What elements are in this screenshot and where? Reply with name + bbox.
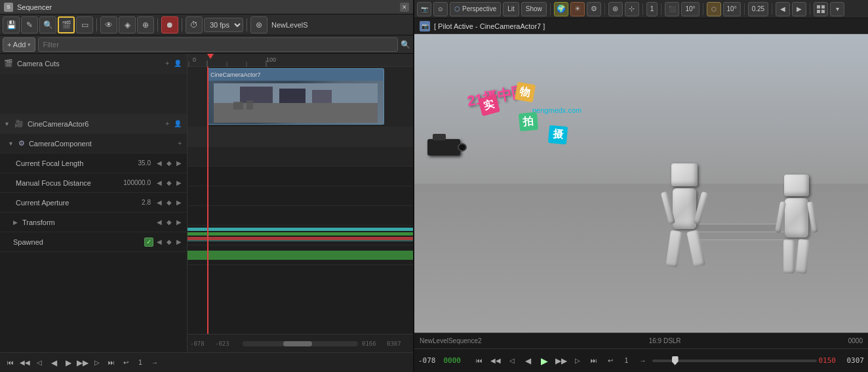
- record-button[interactable]: ⏺: [161, 16, 178, 33]
- vp-scale-icon[interactable]: ⬡: [707, 2, 721, 16]
- vp-num2[interactable]: 10°: [681, 2, 699, 16]
- transform-prev[interactable]: ◀: [155, 218, 163, 226]
- vp-to-start[interactable]: ⏮: [472, 354, 486, 368]
- transport-play[interactable]: ▶: [62, 356, 75, 369]
- transform-next[interactable]: ▶: [175, 218, 183, 226]
- focal-length-prev[interactable]: ◀: [155, 159, 163, 167]
- vp-num4[interactable]: 0.25: [748, 2, 768, 16]
- tracks-area[interactable]: CineCameraActor7: [187, 67, 413, 334]
- robot2-legs: [783, 239, 810, 274]
- vp-num1[interactable]: 1: [646, 2, 658, 16]
- transport-next-key[interactable]: ▷: [90, 356, 104, 369]
- vp-scrubber-head: [672, 356, 679, 365]
- cine-camera-user-btn[interactable]: 👤: [172, 120, 183, 127]
- perspective-icon: ⬡: [454, 5, 460, 12]
- vp-forward[interactable]: ▶▶: [554, 354, 568, 368]
- focus-distance-add-key[interactable]: ◆: [165, 179, 173, 186]
- vp-time-start: -078: [418, 356, 436, 365]
- spawned-checkbox[interactable]: ✓: [144, 238, 153, 247]
- vp-play[interactable]: ▶: [538, 354, 552, 368]
- save-button[interactable]: 💾: [3, 16, 20, 33]
- transform-add-key[interactable]: ◆: [165, 218, 173, 226]
- vp-grid-btn[interactable]: [814, 2, 828, 16]
- fps-select[interactable]: 24 fps 30 fps 60 fps: [204, 18, 243, 32]
- aperture-add-key[interactable]: ◆: [165, 199, 173, 206]
- transport-to-end[interactable]: ⏭: [105, 356, 118, 369]
- transport-loop[interactable]: ↩: [119, 356, 132, 369]
- transport-forward[interactable]: ▶▶: [76, 356, 89, 369]
- transport-end-marker[interactable]: 1: [134, 356, 147, 369]
- edit-button[interactable]: ✎: [21, 16, 38, 33]
- robot-1: [665, 163, 704, 267]
- vp-camera-icon-btn[interactable]: 📷: [417, 2, 431, 16]
- transport-prev-key[interactable]: ◁: [33, 356, 46, 369]
- render-button[interactable]: ▭: [76, 16, 93, 33]
- vp-prev-key[interactable]: ◁: [505, 354, 519, 368]
- vp-light-btn[interactable]: ☀: [570, 2, 585, 16]
- vp-snap-btn[interactable]: ⊛: [608, 2, 623, 16]
- camera-clip-block[interactable]: CineCameraActor7: [207, 68, 384, 125]
- vp-back[interactable]: ◀: [521, 354, 536, 368]
- camera-cuts-timeline: CineCameraActor7: [187, 67, 413, 127]
- transform-button[interactable]: ⊕: [137, 16, 154, 33]
- spawned-add-key[interactable]: ◆: [165, 238, 173, 245]
- vp-cursor-btn[interactable]: ⊹: [625, 2, 639, 16]
- camera-component-add-btn[interactable]: +: [176, 140, 183, 147]
- snap-button[interactable]: ⊛: [250, 16, 267, 33]
- vp-end-marker[interactable]: 1: [620, 354, 634, 368]
- cine-camera-arrow[interactable]: ▼: [4, 121, 10, 127]
- vp-next-key[interactable]: ▷: [570, 354, 585, 368]
- add-label: + Add: [7, 41, 26, 49]
- add-button[interactable]: + Add ▾: [3, 37, 35, 52]
- focal-length-add-key[interactable]: ◆: [165, 159, 173, 167]
- vp-loop[interactable]: ↩: [603, 354, 618, 368]
- camera-button[interactable]: 🎬: [58, 16, 75, 33]
- camera-cuts-add-btn[interactable]: +: [164, 60, 170, 67]
- transport-to-start[interactable]: ⏮: [4, 356, 17, 369]
- close-button[interactable]: ✕: [400, 3, 409, 12]
- search-button[interactable]: 🔍: [39, 16, 56, 33]
- view-button[interactable]: 👁: [100, 16, 117, 33]
- vp-step-back[interactable]: ◀◀: [488, 354, 503, 368]
- vp-chevron-btn[interactable]: ▾: [830, 2, 844, 16]
- sequencer-title-bar: S Sequencer ✕: [0, 0, 413, 14]
- vp-settings-btn[interactable]: ⚙: [587, 2, 601, 16]
- select-button[interactable]: ◈: [119, 16, 136, 33]
- vp-arrow-right-btn[interactable]: ▶: [792, 2, 806, 16]
- vp-scrubber[interactable]: [652, 360, 817, 362]
- vp-transport-arrow[interactable]: →: [636, 354, 650, 368]
- camera-component-arrow[interactable]: ▼: [8, 140, 14, 147]
- camera-cuts-user-btn[interactable]: 👤: [172, 60, 183, 67]
- vp-render-btn[interactable]: 🌍: [554, 2, 568, 16]
- svg-rect-11: [247, 100, 253, 110]
- focal-length-next[interactable]: ▶: [175, 159, 183, 167]
- spawned-next[interactable]: ▶: [175, 238, 183, 245]
- viewport-3d[interactable]: 实 物 拍 摄 21摄中国 pengmedx.com: [414, 34, 868, 333]
- search-bar: + Add ▾ 🔍: [0, 35, 413, 54]
- cine-camera-add-btn[interactable]: +: [164, 120, 170, 127]
- robot2-torso: [785, 198, 808, 238]
- perspective-label: Perspective: [462, 5, 496, 12]
- camera-component-icon: ⚙: [18, 139, 25, 148]
- transform-arrow[interactable]: ▶: [13, 219, 18, 226]
- lit-button[interactable]: Lit: [503, 2, 519, 16]
- vp-to-end[interactable]: ⏭: [587, 354, 601, 368]
- perspective-button[interactable]: ⬡ Perspective: [450, 2, 501, 16]
- vp-arrow-left-btn[interactable]: ◀: [776, 2, 790, 16]
- show-button[interactable]: Show: [521, 2, 547, 16]
- vp-angle-icon[interactable]: ⬛: [665, 2, 679, 16]
- focus-distance-next[interactable]: ▶: [175, 179, 183, 186]
- transport-step-back[interactable]: ◀◀: [18, 356, 31, 369]
- timeline-scrollbar[interactable]: [243, 341, 358, 346]
- focus-distance-prev[interactable]: ◀: [155, 179, 163, 186]
- clock-button[interactable]: ⏱: [186, 16, 203, 33]
- vp-grid-icon-btn[interactable]: ⊙: [433, 2, 448, 16]
- aperture-prev[interactable]: ◀: [155, 199, 163, 206]
- spawned-prev[interactable]: ◀: [155, 238, 163, 245]
- filter-input[interactable]: [38, 37, 398, 52]
- aperture-next[interactable]: ▶: [175, 199, 183, 206]
- timeline-ruler[interactable]: 0 100: [187, 54, 413, 67]
- transport-back[interactable]: ◀: [47, 356, 60, 369]
- transport-arrow-right[interactable]: →: [148, 356, 161, 369]
- vp-num3[interactable]: 10°: [723, 2, 741, 16]
